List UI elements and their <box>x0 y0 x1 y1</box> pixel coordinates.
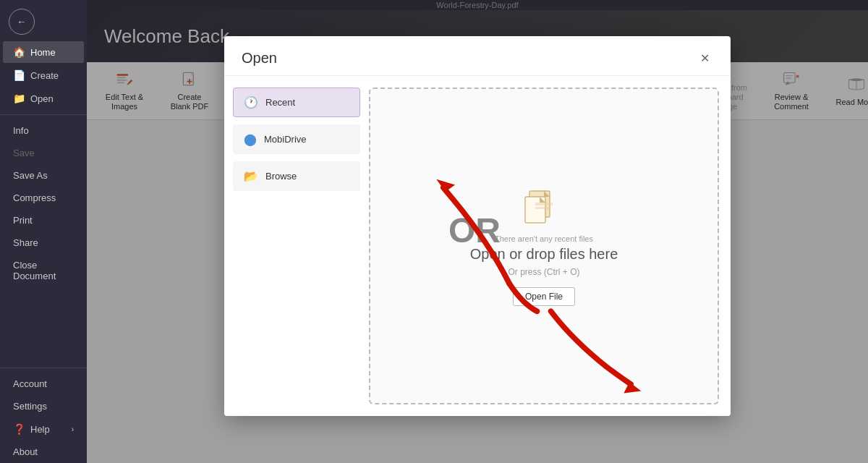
sidebar-item-print[interactable]: Print <box>3 210 84 231</box>
no-recent-label: There aren't any recent files <box>495 234 593 243</box>
svg-marker-44 <box>624 382 641 393</box>
home-icon: 🏠 <box>13 46 25 58</box>
modal-body: 🕐 Recent ⬤ MobiDrive 📂 Browse OR <box>224 76 731 416</box>
or-label: OR <box>448 211 501 250</box>
help-icon: ❓ <box>13 423 25 435</box>
modal-close-button[interactable]: ✕ <box>696 49 713 67</box>
open-dialog: Open ✕ 🕐 Recent ⬤ MobiDrive 📂 B <box>224 36 731 416</box>
sidebar-item-save: Save <box>3 143 84 163</box>
sidebar-item-about[interactable]: About <box>3 441 84 462</box>
modal-header: Open ✕ <box>224 36 731 76</box>
open-icon: 📁 <box>13 93 25 104</box>
create-icon: 📄 <box>13 69 25 81</box>
sidebar-item-save-as[interactable]: Save As <box>3 165 84 186</box>
sidebar-item-info[interactable]: Info <box>3 120 84 141</box>
sidebar-item-share[interactable]: Share <box>3 232 84 253</box>
sidebar-item-create[interactable]: 📄 Create <box>3 64 84 86</box>
sidebar: ← 🏠 Home 📄 Create 📁 Open Info Save Save … <box>0 0 87 463</box>
browse-icon: 📂 <box>244 169 258 183</box>
modal-overlay[interactable]: Open ✕ 🕐 Recent ⬤ MobiDrive 📂 B <box>87 0 868 463</box>
sidebar-item-account[interactable]: Account <box>3 373 84 394</box>
back-button[interactable]: ← <box>9 9 35 35</box>
drop-sub-text: Or press (Ctrl + O) <box>508 267 579 277</box>
drop-main-text: Open or drop files here <box>470 246 618 263</box>
main-content: World-Forestry-Day.pdf Welcome Back Edit… <box>87 0 868 463</box>
source-item-browse[interactable]: 📂 Browse <box>233 161 360 191</box>
sidebar-item-home[interactable]: 🏠 Home <box>3 41 84 63</box>
svg-marker-43 <box>436 179 455 192</box>
recent-icon: 🕐 <box>244 95 258 109</box>
source-item-recent[interactable]: 🕐 Recent <box>233 88 360 117</box>
source-list: 🕐 Recent ⬤ MobiDrive 📂 Browse <box>224 76 369 416</box>
svg-rect-47 <box>535 203 553 205</box>
sidebar-item-close-document[interactable]: Close Document <box>3 255 84 286</box>
empty-files-icon <box>524 187 564 227</box>
sidebar-item-compress[interactable]: Compress <box>3 187 84 208</box>
open-file-button[interactable]: Open File <box>513 287 575 306</box>
source-item-mobidrive[interactable]: ⬤ MobiDrive <box>233 124 360 154</box>
sidebar-item-help[interactable]: ❓ Help › <box>3 418 84 440</box>
chevron-right-icon: › <box>72 425 74 433</box>
modal-title: Open <box>242 50 277 67</box>
svg-rect-48 <box>535 207 550 209</box>
mobidrive-icon: ⬤ <box>244 132 257 146</box>
sidebar-item-open[interactable]: 📁 Open <box>3 88 84 109</box>
sidebar-item-settings[interactable]: Settings <box>3 396 84 417</box>
drop-zone: OR <box>369 88 719 404</box>
